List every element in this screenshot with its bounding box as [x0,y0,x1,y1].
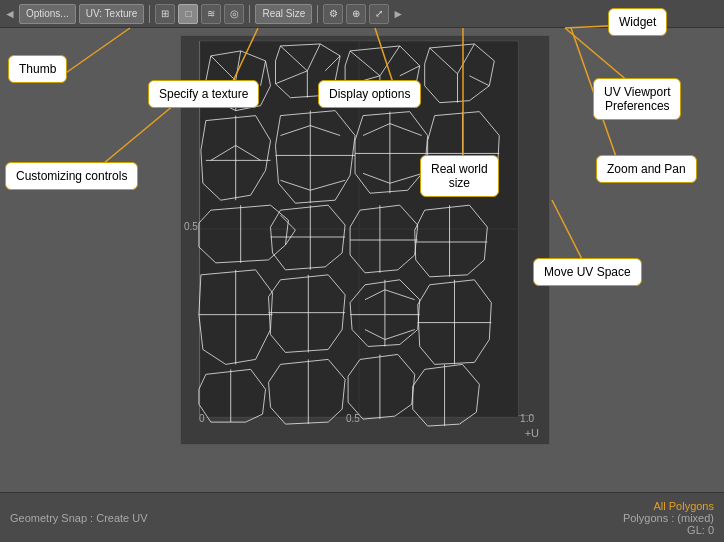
zoom-pan-annotation: Zoom and Pan [596,155,697,183]
move-uv-space-annotation: Move UV Space [533,258,642,286]
real-size-button[interactable]: Real Size [255,4,312,24]
specify-texture-annotation: Specify a texture [148,80,259,108]
axis-half-x-label: 0.5 [346,413,360,424]
settings-icon-btn[interactable]: ⚙ [323,4,343,24]
grid-icon-btn[interactable]: ⊞ [155,4,175,24]
display-options-annotation: Display options [318,80,421,108]
x-axis-label: +U [525,427,539,439]
separator-2 [249,5,250,23]
status-left-text: Geometry Snap : Create UV [10,512,148,524]
axis-half-y-label: 0.5 [184,221,198,232]
thumb-annotation: Thumb [8,55,67,83]
customizing-controls-annotation: Customizing controls [5,162,138,190]
uv-texture-button[interactable]: UV: Texture [79,4,145,24]
widget-annotation: Widget [608,8,667,36]
fit-icon-btn[interactable]: ⤢ [369,4,389,24]
arrow-right-btn[interactable]: ► [392,7,404,21]
polygons-mixed-label: Polygons : (mixed) [623,512,714,524]
lines-icon-btn[interactable]: ≋ [201,4,221,24]
circle-icon-btn[interactable]: ◎ [224,4,244,24]
gl-count-label: GL: 0 [623,524,714,536]
square-icon-btn[interactable]: □ [178,4,198,24]
all-polygons-label: All Polygons [623,500,714,512]
arrow-left-btn[interactable]: ◄ [4,7,16,21]
axis-one-label: 1.0 [520,413,534,424]
separator-1 [149,5,150,23]
separator-3 [317,5,318,23]
status-right-text: All Polygons Polygons : (mixed) GL: 0 [623,500,714,536]
real-world-size-annotation: Real worldsize [420,155,499,197]
status-bar: Geometry Snap : Create UV All Polygons P… [0,492,724,542]
uv-viewport-prefs-annotation: UV ViewportPreferences [593,78,681,120]
main-container: ◄ Options... UV: Texture ⊞ □ ≋ ◎ Real Si… [0,0,724,542]
options-button[interactable]: Options... [19,4,76,24]
zoom-icon-btn[interactable]: ⊕ [346,4,366,24]
axis-zero-label: 0 [199,413,205,424]
